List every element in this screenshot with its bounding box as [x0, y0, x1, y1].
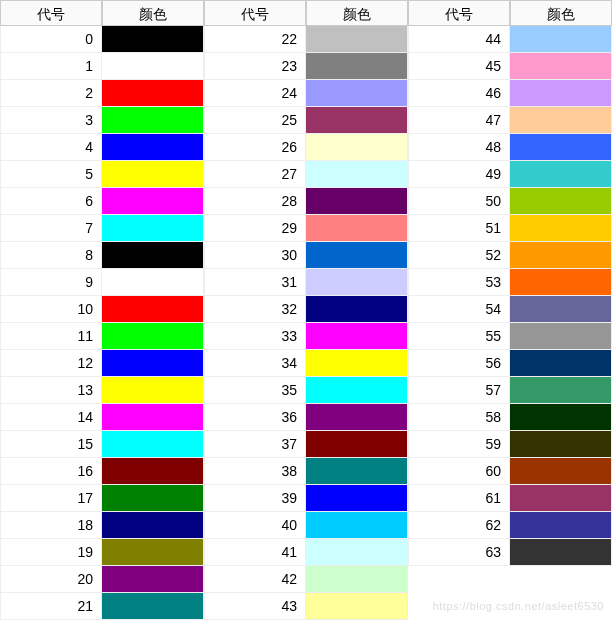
table-row: 25 — [204, 107, 408, 134]
color-swatch — [306, 53, 408, 80]
table-row: 39 — [204, 485, 408, 512]
code-cell: 46 — [408, 80, 510, 107]
table-row: 26 — [204, 134, 408, 161]
table-row: 38 — [204, 458, 408, 485]
code-cell: 50 — [408, 188, 510, 215]
code-cell: 21 — [0, 593, 102, 620]
code-cell: 7 — [0, 215, 102, 242]
color-swatch — [306, 134, 408, 161]
color-swatch — [510, 350, 612, 377]
table-row: 13 — [0, 377, 204, 404]
code-cell: 28 — [204, 188, 306, 215]
table-row: 23 — [204, 53, 408, 80]
code-cell: 29 — [204, 215, 306, 242]
table-row: 4 — [0, 134, 204, 161]
code-cell: 20 — [0, 566, 102, 593]
table-row: 5 — [0, 161, 204, 188]
code-cell: 23 — [204, 53, 306, 80]
code-cell: 8 — [0, 242, 102, 269]
table-row: 51 — [408, 215, 612, 242]
color-swatch — [306, 188, 408, 215]
color-swatch — [102, 431, 204, 458]
table-row: 9 — [0, 269, 204, 296]
code-cell: 25 — [204, 107, 306, 134]
table-row: 16 — [0, 458, 204, 485]
code-cell: 41 — [204, 539, 306, 566]
color-swatch — [510, 188, 612, 215]
code-cell: 42 — [204, 566, 306, 593]
color-swatch — [102, 485, 204, 512]
color-swatch — [306, 269, 408, 296]
code-cell: 16 — [0, 458, 102, 485]
table-row: 18 — [0, 512, 204, 539]
color-swatch — [102, 107, 204, 134]
code-cell: 58 — [408, 404, 510, 431]
code-cell: 62 — [408, 512, 510, 539]
code-cell: 57 — [408, 377, 510, 404]
code-cell: 14 — [0, 404, 102, 431]
table-row: 20 — [0, 566, 204, 593]
color-swatch — [510, 107, 612, 134]
color-swatch — [510, 404, 612, 431]
code-cell: 63 — [408, 539, 510, 566]
column-group-0: 代号颜色0123456789101112131415161718192021 — [0, 0, 204, 620]
code-cell: 10 — [0, 296, 102, 323]
table-row: 40 — [204, 512, 408, 539]
color-swatch — [306, 431, 408, 458]
color-swatch — [306, 404, 408, 431]
table-row: 24 — [204, 80, 408, 107]
color-swatch — [102, 458, 204, 485]
color-swatch — [306, 539, 408, 566]
code-cell: 24 — [204, 80, 306, 107]
code-cell: 9 — [0, 269, 102, 296]
color-swatch — [306, 161, 408, 188]
code-cell: 30 — [204, 242, 306, 269]
table-row: 60 — [408, 458, 612, 485]
table-row: 50 — [408, 188, 612, 215]
header-code: 代号 — [0, 0, 102, 26]
header-row: 代号颜色 — [204, 0, 408, 26]
color-swatch — [102, 512, 204, 539]
color-swatch — [306, 26, 408, 53]
code-cell: 53 — [408, 269, 510, 296]
table-row: 58 — [408, 404, 612, 431]
code-cell: 27 — [204, 161, 306, 188]
code-cell: 51 — [408, 215, 510, 242]
table-row: 34 — [204, 350, 408, 377]
table-row: 53 — [408, 269, 612, 296]
table-row: 3 — [0, 107, 204, 134]
table-row: 36 — [204, 404, 408, 431]
header-row: 代号颜色 — [0, 0, 204, 26]
color-swatch — [102, 188, 204, 215]
color-swatch — [306, 215, 408, 242]
code-cell: 36 — [204, 404, 306, 431]
table-row: 19 — [0, 539, 204, 566]
table-row: 1 — [0, 53, 204, 80]
code-cell: 22 — [204, 26, 306, 53]
color-swatch — [102, 80, 204, 107]
code-cell: 35 — [204, 377, 306, 404]
color-swatch — [102, 593, 204, 620]
code-cell: 3 — [0, 107, 102, 134]
header-code: 代号 — [408, 0, 510, 26]
color-swatch — [306, 485, 408, 512]
code-cell: 6 — [0, 188, 102, 215]
code-cell: 13 — [0, 377, 102, 404]
color-swatch — [510, 485, 612, 512]
table-row: 27 — [204, 161, 408, 188]
code-cell: 47 — [408, 107, 510, 134]
table-row: 43 — [204, 593, 408, 620]
code-cell: 38 — [204, 458, 306, 485]
header-color: 颜色 — [102, 0, 204, 26]
code-cell: 48 — [408, 134, 510, 161]
color-swatch — [102, 242, 204, 269]
table-row: 2 — [0, 80, 204, 107]
table-row: 57 — [408, 377, 612, 404]
color-swatch — [306, 377, 408, 404]
color-swatch — [510, 377, 612, 404]
color-swatch — [306, 566, 408, 593]
color-swatch — [510, 80, 612, 107]
table-row: 28 — [204, 188, 408, 215]
code-cell: 11 — [0, 323, 102, 350]
table-row: 0 — [0, 26, 204, 53]
